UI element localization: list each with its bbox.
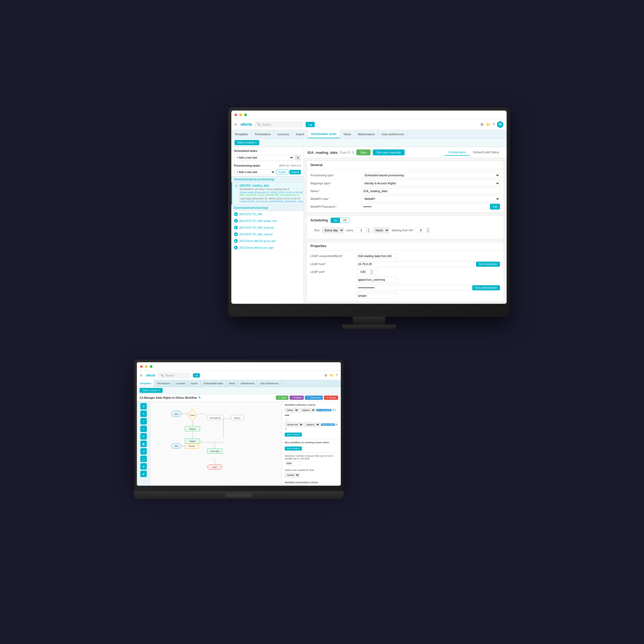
event-item-0[interactable]: ▶ [AD] EFECTE_IAM — [231, 211, 303, 218]
starting-up-arrow[interactable]: ▲ — [426, 228, 430, 230]
hours-select[interactable]: hours — [373, 227, 389, 233]
webapi-user-select[interactable]: WebAPI — [361, 196, 500, 202]
color-palette-select[interactable]: Default — [285, 473, 300, 477]
active-task-item[interactable]: ⏱ [AD] IGA_reading_data Scheduled to run… — [231, 182, 303, 205]
laptop-search-bar[interactable]: 🔍 Search — [158, 373, 190, 378]
sidebar-icon-7[interactable]: ◯ — [140, 456, 147, 462]
laptop-settings-icon[interactable]: ⚙ — [324, 374, 327, 377]
ldap-host-input[interactable] — [356, 261, 474, 267]
criteria-row2-delete[interactable]: ✕ — [285, 428, 287, 430]
workflow-publish-button[interactable]: ↑ Publish — [290, 396, 304, 400]
criteria-row2-copy[interactable]: ⧉ — [336, 423, 337, 426]
sidebar-icon-5[interactable]: ▦ — [140, 441, 147, 447]
test-connection-button[interactable]: Test connection — [476, 262, 500, 267]
name-input[interactable] — [361, 188, 500, 194]
tab-user-preferences[interactable]: User preferences — [378, 130, 408, 138]
maximize-button[interactable] — [244, 114, 247, 116]
laptop-tab-templates[interactable]: Templates — [137, 380, 154, 387]
test-authentication-button[interactable]: Test authentication — [472, 285, 500, 290]
password-input[interactable] — [356, 285, 471, 291]
select-module-button[interactable]: Select module ▾ — [235, 140, 259, 145]
criteria-field2-select[interactable]: Service Item — [285, 422, 303, 427]
laptop-help-icon[interactable]: ? — [336, 374, 338, 377]
edit-password-button[interactable]: Edit — [490, 204, 500, 210]
starting-time-input[interactable] — [415, 228, 426, 233]
laptop-tab-licenses[interactable]: Licenses — [173, 380, 188, 387]
simple-input[interactable] — [356, 293, 397, 299]
sidebar-icon-9[interactable]: ◈ — [140, 471, 147, 477]
laptop-maximize-btn[interactable] — [150, 365, 152, 368]
close-button[interactable] — [235, 114, 237, 116]
laptop-close-btn[interactable] — [140, 365, 143, 368]
help-icon[interactable]: ? — [493, 122, 495, 127]
mappings-type-select[interactable]: Identity & Access Rights — [361, 180, 500, 186]
criteria-row1-delete[interactable]: ✕ — [335, 409, 337, 412]
criteria-row1-copy[interactable]: ⧉ — [332, 409, 334, 412]
sidebar-icon-8[interactable]: ⊕ — [140, 463, 147, 470]
ldap-port-input[interactable] — [356, 269, 370, 274]
workflow-save-button[interactable]: ✓ Save — [276, 396, 288, 400]
criteria-op2-select[interactable]: equal to — [304, 422, 320, 427]
workflow-checkout-button[interactable]: ✓ Check out — [305, 396, 323, 400]
folder-icon[interactable]: 📁 — [486, 122, 491, 127]
toggle-on-button[interactable]: On — [331, 218, 340, 223]
laptop-tab-user-prefs[interactable]: User preferences — [257, 380, 281, 387]
add-condition-button-2[interactable]: Add condition — [285, 447, 302, 451]
sidebar-icon-6[interactable]: ↺ — [140, 448, 147, 455]
criteria-op1-select[interactable]: equal to — [300, 408, 316, 412]
sidebar-icon-3[interactable]: ◇ — [140, 426, 147, 432]
ldap-uid-input[interactable] — [356, 253, 397, 259]
event-item-2[interactable]: ▶ [AD] EFECTE_IAM_External — [231, 224, 303, 231]
laptop-minimize-btn[interactable] — [145, 365, 148, 368]
tab-maintenance[interactable]: Maintenance — [355, 130, 378, 138]
laptop-tab-schedulable[interactable]: Schedulable tasks — [201, 380, 226, 387]
interval-up-arrow[interactable]: ▲ — [367, 228, 370, 230]
laptop-select-module-button[interactable]: Select module ▾ — [140, 388, 163, 393]
tab-import[interactable]: Import — [292, 130, 308, 138]
workflow-revert-button[interactable]: ✕ Revert — [324, 396, 338, 400]
criteria-field1-select[interactable]: Status — [285, 408, 299, 412]
minimize-button[interactable] — [239, 114, 242, 116]
export-button[interactable]: Export — [276, 170, 288, 175]
laptop-tab-import[interactable]: Import — [188, 380, 201, 387]
laptop-add-button[interactable]: +▲ — [193, 373, 200, 378]
tab-configuration[interactable]: Configuration — [445, 149, 470, 156]
tab-licenses[interactable]: Licenses — [274, 130, 292, 138]
import-button[interactable]: Import — [290, 170, 301, 174]
hamburger-icon[interactable]: ≡ — [235, 122, 237, 127]
sidebar-icon-0[interactable]: ⊡ — [140, 403, 147, 409]
tab-views[interactable]: Views — [340, 130, 355, 138]
port-down-arrow[interactable]: ▼ — [370, 272, 374, 274]
tab-templates[interactable]: Templates — [231, 130, 251, 138]
starting-down-arrow[interactable]: ▼ — [426, 230, 430, 233]
toggle-off-button[interactable]: Off — [340, 218, 349, 223]
search-bar[interactable]: 🔍 Search — [255, 122, 303, 127]
username-input[interactable] — [356, 277, 397, 283]
run-frequency-select[interactable]: Every day — [322, 227, 344, 233]
event-item-3[interactable]: ▶ [AD] EFECTE_IAM_Internal — [231, 231, 303, 238]
interval-down-arrow[interactable]: ▼ — [367, 230, 370, 233]
add-scheduled-task-select[interactable]: + Add a new task — [234, 155, 294, 160]
sidebar-icon-2[interactable]: ✓ — [140, 418, 147, 425]
criteria-and-add[interactable]: + — [285, 418, 289, 422]
provisioning-type-select[interactable]: Scheduled-based provisioning — [361, 172, 500, 178]
laptop-folder-icon[interactable]: 📁 — [330, 374, 334, 377]
event-item-5[interactable]: ▶ [AD] Efecte IAM Access right — [231, 244, 303, 251]
laptop-tab-permissions[interactable]: Permissions — [154, 380, 173, 387]
run-task-button[interactable]: Run task manually — [373, 149, 405, 155]
interval-value-input[interactable] — [356, 228, 367, 233]
user-avatar[interactable]: MI — [497, 121, 503, 128]
tab-schedulable-tasks[interactable]: Schedulable tasks — [308, 130, 340, 138]
event-item-4[interactable]: ▶ [AD] Efecte IAM AD group add — [231, 238, 303, 244]
event-item-1[interactable]: ▶ [AD] EFECTE_IAM update user — [231, 218, 303, 224]
workflow-canvas[interactable]: Start Check Request Validate S — [150, 401, 282, 486]
add-condition-button-1[interactable]: Add condition — [285, 433, 302, 437]
workflow-edit-icon[interactable]: ✎ — [198, 396, 201, 400]
sidebar-icon-4[interactable]: ✉ — [140, 433, 147, 440]
add-button[interactable]: +▲ — [306, 122, 314, 127]
tab-permissions[interactable]: Permissions — [251, 130, 274, 138]
settings-icon[interactable]: ⚙ — [480, 122, 484, 127]
tab-extract-load[interactable]: Extract/Load Status — [470, 149, 503, 156]
laptop-hamburger-icon[interactable]: ≡ — [140, 373, 142, 378]
sidebar-icon-1[interactable]: ✎ — [140, 411, 147, 417]
